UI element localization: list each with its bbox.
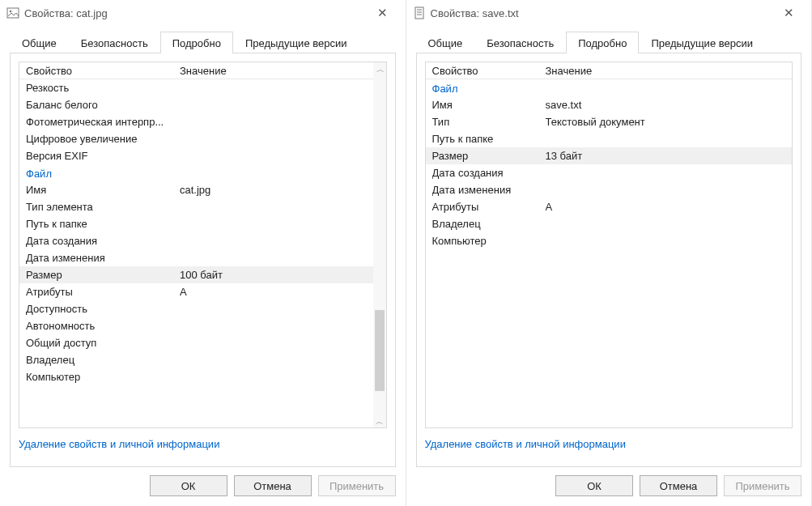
- property-row[interactable]: Размер13 байт: [426, 147, 793, 164]
- property-row[interactable]: Резкость: [19, 79, 373, 96]
- property-row[interactable]: Компьютер: [19, 368, 373, 385]
- tab-details[interactable]: Подробно: [566, 32, 639, 53]
- window-title: Свойства: cat.jpg: [24, 7, 367, 19]
- close-icon: ✕: [377, 6, 388, 20]
- property-name: Размер: [26, 269, 180, 281]
- image-file-icon: [6, 6, 19, 19]
- property-row[interactable]: Баланс белого: [19, 96, 373, 113]
- tab-general[interactable]: Общие: [10, 32, 69, 53]
- property-name: Владелец: [432, 218, 546, 230]
- tab-previous[interactable]: Предыдущие версии: [233, 32, 359, 53]
- chevron-up-icon: 〈: [374, 65, 385, 73]
- remove-properties-link[interactable]: Удаление свойств и личной информации: [19, 438, 219, 450]
- tab-security[interactable]: Безопасность: [69, 32, 160, 53]
- property-row[interactable]: Дата изменения: [19, 249, 373, 266]
- titlebar: Свойства: save.txt ✕: [406, 0, 812, 26]
- apply-button[interactable]: Применить: [318, 475, 396, 496]
- property-name: Размер: [432, 150, 546, 162]
- property-row[interactable]: Дата создания: [426, 164, 793, 181]
- property-name: Имя: [432, 99, 546, 111]
- properties-window-right: Свойства: save.txt ✕ Общие Безопасность …: [406, 0, 813, 506]
- property-row[interactable]: Размер100 байт: [19, 266, 373, 283]
- dialog-buttons: ОК Отмена Применить: [406, 467, 812, 506]
- property-row[interactable]: Фотометрическая интерпр...: [19, 113, 373, 130]
- scroll-thumb[interactable]: [375, 310, 385, 391]
- property-name: Общий доступ: [26, 337, 180, 349]
- property-name: Доступность: [26, 303, 180, 315]
- property-row[interactable]: Путь к папке: [19, 215, 373, 232]
- properties-list: Свойство Значение РезкостьБаланс белогоФ…: [19, 62, 387, 428]
- tab-security[interactable]: Безопасность: [474, 32, 566, 53]
- property-row[interactable]: Тип элемента: [19, 198, 373, 215]
- content-area: Общие Безопасность Подробно Предыдущие в…: [0, 26, 406, 467]
- property-name: Атрибуты: [432, 201, 546, 213]
- scroll-area: Свойство Значение РезкостьБаланс белогоФ…: [19, 62, 373, 427]
- property-row[interactable]: АтрибутыA: [19, 283, 373, 300]
- scroll-up-button[interactable]: 〈: [373, 62, 386, 75]
- property-row[interactable]: Цифровое увеличение: [19, 130, 373, 147]
- property-row[interactable]: Имяsave.txt: [426, 96, 793, 113]
- tab-details[interactable]: Подробно: [160, 32, 233, 53]
- close-icon: ✕: [784, 6, 794, 20]
- tab-general[interactable]: Общие: [416, 32, 475, 53]
- tab-bar: Общие Безопасность Подробно Предыдущие в…: [416, 31, 802, 53]
- header-property[interactable]: Свойство: [26, 65, 180, 77]
- properties-window-left: Свойства: cat.jpg ✕ Общие Безопасность П…: [0, 0, 406, 506]
- property-name: Компьютер: [26, 371, 180, 383]
- tab-panel: Свойство Значение Файл Имяsave.txtТипТек…: [416, 53, 802, 467]
- header-value[interactable]: Значение: [546, 65, 776, 77]
- property-name: Путь к папке: [432, 133, 546, 145]
- property-name: Путь к папке: [26, 218, 180, 230]
- property-name: Дата создания: [26, 235, 180, 247]
- property-name: Компьютер: [432, 235, 546, 247]
- apply-button[interactable]: Применить: [724, 475, 801, 496]
- close-button[interactable]: ✕: [772, 2, 805, 24]
- tab-bar: Общие Безопасность Подробно Предыдущие в…: [10, 31, 396, 53]
- ok-button[interactable]: ОК: [555, 475, 633, 496]
- property-row[interactable]: Владелец: [426, 215, 793, 232]
- property-row[interactable]: Общий доступ: [19, 334, 373, 351]
- property-row[interactable]: ТипТекстовый документ: [426, 113, 793, 130]
- property-row[interactable]: АтрибутыA: [426, 198, 793, 215]
- tab-panel: Свойство Значение РезкостьБаланс белогоФ…: [10, 53, 396, 467]
- property-row[interactable]: Версия EXIF: [19, 147, 373, 164]
- chevron-down-icon: 〉: [374, 417, 385, 425]
- property-row[interactable]: Имяcat.jpg: [19, 181, 373, 198]
- dialog-buttons: ОК Отмена Применить: [0, 467, 406, 506]
- cancel-button[interactable]: Отмена: [234, 475, 312, 496]
- property-name: Дата создания: [432, 167, 546, 179]
- header-value[interactable]: Значение: [180, 65, 357, 77]
- property-name: Версия EXIF: [26, 150, 180, 162]
- remove-properties-link[interactable]: Удаление свойств и личной информации: [425, 438, 626, 450]
- scroll-down-button[interactable]: 〉: [373, 415, 386, 427]
- property-name: Баланс белого: [26, 99, 180, 111]
- svg-rect-2: [415, 7, 423, 19]
- ok-button[interactable]: ОК: [150, 475, 227, 496]
- property-name: Дата изменения: [26, 252, 180, 264]
- property-name: Резкость: [26, 82, 180, 94]
- svg-point-1: [10, 11, 12, 13]
- property-row[interactable]: Путь к папке: [426, 130, 793, 147]
- property-row[interactable]: Доступность: [19, 300, 373, 317]
- cancel-button[interactable]: Отмена: [640, 475, 717, 496]
- property-row[interactable]: Дата создания: [19, 232, 373, 249]
- property-value: 100 байт: [180, 269, 373, 281]
- property-row[interactable]: Автономность: [19, 317, 373, 334]
- property-row[interactable]: Дата изменения: [426, 181, 793, 198]
- scroll-track[interactable]: [373, 75, 386, 415]
- property-row[interactable]: Владелец: [19, 351, 373, 368]
- scroll-area: Свойство Значение Файл Имяsave.txtТипТек…: [426, 62, 793, 427]
- property-name: Дата изменения: [432, 184, 546, 196]
- property-value: A: [546, 201, 793, 213]
- tab-previous[interactable]: Предыдущие версии: [639, 32, 765, 53]
- vertical-scrollbar[interactable]: 〈 〉: [373, 62, 386, 427]
- property-name: Фотометрическая интерпр...: [26, 116, 180, 128]
- content-area: Общие Безопасность Подробно Предыдущие в…: [406, 26, 812, 467]
- property-value: A: [180, 286, 373, 298]
- property-row[interactable]: Компьютер: [426, 232, 793, 249]
- section-file: Файл: [426, 79, 793, 96]
- header-property[interactable]: Свойство: [432, 65, 546, 77]
- close-button[interactable]: ✕: [367, 2, 399, 24]
- window-title: Свойства: save.txt: [431, 7, 773, 19]
- property-name: Владелец: [26, 354, 180, 366]
